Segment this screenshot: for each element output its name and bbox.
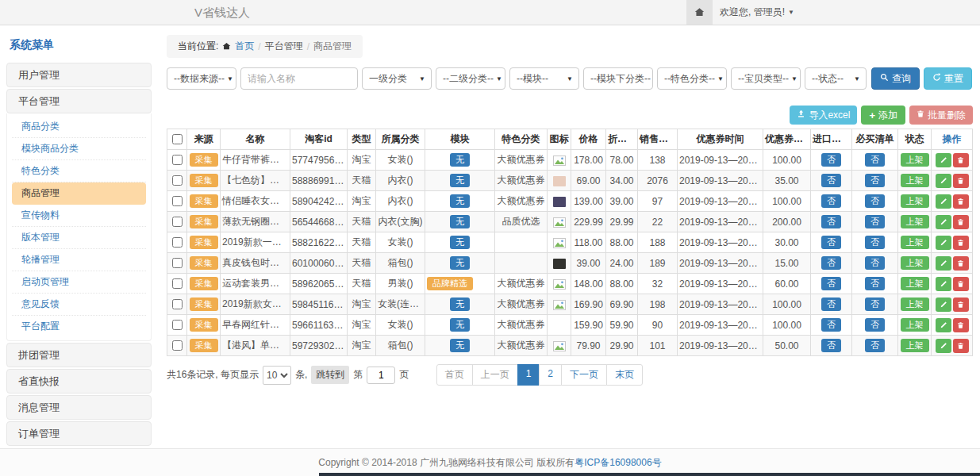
- page-button[interactable]: 末页: [606, 364, 643, 386]
- filter-select[interactable]: --二级分类--▼: [436, 67, 505, 90]
- status-badge[interactable]: 上架: [901, 153, 929, 167]
- page-button[interactable]: 下一页: [561, 364, 607, 386]
- import-select-badge[interactable]: 否: [821, 215, 841, 228]
- status-badge[interactable]: 上架: [901, 194, 929, 208]
- select-all-checkbox[interactable]: [172, 134, 183, 144]
- row-checkbox[interactable]: [172, 217, 183, 227]
- must-buy-badge[interactable]: 否: [865, 194, 885, 208]
- import-select-badge[interactable]: 否: [821, 277, 841, 290]
- row-checkbox[interactable]: [172, 155, 183, 165]
- delete-button[interactable]: [953, 256, 969, 271]
- sidebar-group[interactable]: 用户管理: [6, 63, 152, 87]
- edit-button[interactable]: [936, 318, 951, 332]
- sidebar-item[interactable]: 启动页管理: [12, 271, 146, 294]
- edit-button[interactable]: [936, 256, 951, 271]
- import-select-badge[interactable]: 否: [821, 298, 841, 311]
- delete-button[interactable]: [953, 215, 969, 229]
- edit-button[interactable]: [936, 236, 951, 250]
- must-buy-badge[interactable]: 否: [865, 277, 885, 290]
- status-badge[interactable]: 上架: [901, 277, 929, 290]
- status-badge[interactable]: 上架: [901, 256, 929, 270]
- add-button[interactable]: + 添加: [861, 106, 905, 125]
- row-checkbox[interactable]: [172, 299, 183, 309]
- import-select-badge[interactable]: 否: [821, 256, 841, 270]
- edit-button[interactable]: [936, 298, 951, 312]
- delete-button[interactable]: [953, 277, 969, 291]
- home-button[interactable]: [686, 0, 713, 25]
- icp-link[interactable]: 粤ICP备16098006号: [575, 456, 661, 470]
- status-badge[interactable]: 上架: [901, 298, 929, 311]
- name-search-input[interactable]: [240, 67, 358, 90]
- row-checkbox[interactable]: [172, 175, 183, 186]
- must-buy-badge[interactable]: 否: [865, 318, 885, 332]
- sidebar-item[interactable]: 平台配置: [12, 316, 146, 337]
- status-badge[interactable]: 上架: [901, 174, 929, 187]
- delete-button[interactable]: [953, 236, 969, 250]
- import-select-badge[interactable]: 否: [821, 236, 841, 249]
- edit-button[interactable]: [936, 174, 951, 188]
- filter-select[interactable]: --状态--▼: [805, 67, 867, 90]
- status-badge[interactable]: 上架: [901, 236, 929, 249]
- import-select-badge[interactable]: 否: [821, 174, 841, 187]
- filter-select[interactable]: 一级分类▼: [362, 67, 432, 90]
- import-select-badge[interactable]: 否: [821, 339, 841, 352]
- sidebar-group[interactable]: 省直快报: [6, 369, 152, 393]
- breadcrumb-item[interactable]: 平台管理: [265, 40, 303, 53]
- sidebar-group[interactable]: 平台管理: [6, 89, 152, 113]
- sidebar-item[interactable]: 商品分类: [12, 116, 146, 138]
- filter-select[interactable]: --宝贝类型--▼: [731, 67, 801, 90]
- row-checkbox[interactable]: [172, 340, 183, 351]
- breadcrumb-home-link[interactable]: 首页: [235, 40, 254, 53]
- sidebar-item[interactable]: 宣传物料: [12, 205, 146, 227]
- must-buy-badge[interactable]: 否: [865, 153, 885, 167]
- must-buy-badge[interactable]: 否: [865, 298, 885, 311]
- page-button[interactable]: 1: [517, 364, 540, 386]
- edit-button[interactable]: [936, 215, 951, 229]
- import-select-badge[interactable]: 否: [821, 153, 841, 167]
- edit-button[interactable]: [936, 339, 951, 353]
- sidebar-item[interactable]: 意见反馈: [12, 294, 146, 316]
- filter-select[interactable]: --特色分类--▼: [657, 67, 727, 90]
- jump-button[interactable]: 跳转到: [311, 366, 349, 384]
- status-badge[interactable]: 上架: [901, 339, 929, 352]
- per-page-select[interactable]: 10: [263, 366, 291, 385]
- filter-select[interactable]: --数据来源--▼: [167, 67, 236, 90]
- status-badge[interactable]: 上架: [901, 318, 929, 332]
- filter-select[interactable]: --模块下分类--▼: [583, 67, 653, 90]
- delete-button[interactable]: [953, 339, 969, 353]
- sidebar-group[interactable]: 拼团管理: [6, 343, 152, 367]
- filter-select[interactable]: --模块--▼: [509, 67, 579, 90]
- row-checkbox[interactable]: [172, 258, 183, 268]
- import-select-badge[interactable]: 否: [821, 318, 841, 332]
- sidebar-item-active[interactable]: 商品管理: [12, 182, 146, 205]
- row-checkbox[interactable]: [172, 237, 183, 248]
- row-checkbox[interactable]: [172, 278, 183, 289]
- sidebar-item[interactable]: 特色分类: [12, 160, 146, 182]
- page-button[interactable]: 上一页: [472, 364, 518, 386]
- sidebar-item[interactable]: 版本管理: [12, 227, 146, 249]
- delete-button[interactable]: [953, 153, 969, 167]
- must-buy-badge[interactable]: 否: [865, 339, 885, 352]
- batch-delete-button[interactable]: 批量删除: [909, 106, 973, 125]
- reset-button[interactable]: 重置: [924, 67, 972, 90]
- sidebar-group[interactable]: 订单管理: [6, 421, 152, 446]
- delete-button[interactable]: [953, 194, 969, 209]
- must-buy-badge[interactable]: 否: [865, 236, 885, 249]
- must-buy-badge[interactable]: 否: [865, 215, 885, 228]
- import-select-badge[interactable]: 否: [821, 194, 841, 208]
- search-button[interactable]: 查询: [871, 67, 920, 90]
- row-checkbox[interactable]: [172, 196, 183, 206]
- status-badge[interactable]: 上架: [901, 215, 929, 228]
- user-menu[interactable]: 欢迎您, 管理员!▼: [720, 0, 794, 25]
- delete-button[interactable]: [953, 318, 969, 332]
- delete-button[interactable]: [953, 298, 969, 312]
- sidebar-item[interactable]: 轮播管理: [12, 249, 146, 271]
- must-buy-badge[interactable]: 否: [865, 174, 885, 187]
- edit-button[interactable]: [936, 194, 951, 209]
- delete-button[interactable]: [953, 174, 969, 188]
- sidebar-item[interactable]: 模块商品分类: [12, 138, 146, 160]
- edit-button[interactable]: [936, 153, 951, 167]
- page-button[interactable]: 2: [539, 364, 562, 386]
- must-buy-badge[interactable]: 否: [865, 256, 885, 270]
- sidebar-group[interactable]: 消息管理: [6, 395, 152, 420]
